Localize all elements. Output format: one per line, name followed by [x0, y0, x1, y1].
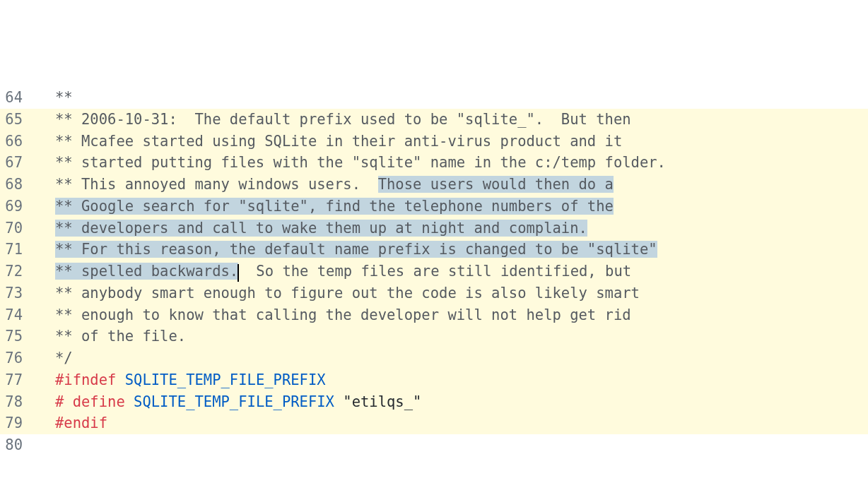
code-line[interactable]: 73** anybody smart enough to figure out … [0, 282, 868, 304]
selected-text: ** For this reason, the default name pre… [55, 241, 657, 258]
line-content[interactable]: */ [37, 347, 868, 369]
code-line[interactable]: 69** Google search for "sqlite", find th… [0, 196, 868, 217]
line-content[interactable]: ** started putting files with the "sqlit… [37, 152, 868, 174]
code-line[interactable]: 80 [0, 434, 868, 456]
code-token: ** of the file. [55, 328, 186, 345]
line-content[interactable]: ** anybody smart enough to figure out th… [37, 282, 868, 304]
line-content[interactable]: ** For this reason, the default name pre… [37, 239, 868, 261]
selected-text: ** spelled backwards. [55, 263, 238, 280]
line-number: 68 [0, 174, 37, 196]
line-number: 67 [0, 152, 37, 174]
line-content[interactable]: ** of the file. [37, 326, 868, 347]
line-content[interactable]: ** 2006-10-31: The default prefix used t… [37, 109, 868, 131]
code-line[interactable]: 72** spelled backwards. So the temp file… [0, 261, 868, 282]
line-content[interactable]: ** developers and call to wake them up a… [37, 217, 868, 239]
code-token: "etilqs_" [343, 393, 421, 410]
code-token: ** This annoyed many windows users. [55, 176, 378, 193]
code-token [55, 436, 64, 453]
line-content[interactable] [37, 434, 868, 456]
code-token: ** anybody smart enough to figure out th… [55, 285, 640, 302]
line-number: 66 [0, 131, 37, 153]
line-number: 72 [0, 261, 37, 282]
code-token: SQLITE_TEMP_FILE_PREFIX [125, 371, 326, 388]
line-number: 76 [0, 347, 37, 369]
code-line[interactable]: 68** This annoyed many windows users. Th… [0, 174, 868, 196]
line-content[interactable]: #ifndef SQLITE_TEMP_FILE_PREFIX [37, 369, 868, 391]
line-content[interactable]: ** Mcafee started using SQLite in their … [37, 131, 868, 153]
code-token: #endif [55, 415, 107, 431]
code-line[interactable]: 67** started putting files with the "sql… [0, 152, 868, 174]
code-line[interactable]: 76*/ [0, 347, 868, 369]
line-content[interactable]: ** [37, 87, 868, 109]
code-token: SQLITE_TEMP_FILE_PREFIX [134, 393, 343, 410]
selected-text: ** Google search for "sqlite", find the … [55, 198, 614, 215]
line-number: 69 [0, 196, 37, 217]
line-number: 65 [0, 109, 37, 131]
code-token: ** 2006-10-31: The default prefix used t… [55, 111, 631, 128]
code-line[interactable]: 65** 2006-10-31: The default prefix used… [0, 109, 868, 131]
line-number: 70 [0, 217, 37, 239]
code-token: ** Mcafee started using SQLite in their … [55, 133, 622, 150]
selected-text: Those users would then do a [378, 176, 614, 193]
line-number: 64 [0, 87, 37, 109]
code-token: # define [55, 393, 134, 410]
line-content[interactable]: ** Google search for "sqlite", find the … [37, 196, 868, 217]
code-line[interactable]: 77#ifndef SQLITE_TEMP_FILE_PREFIX [0, 369, 868, 391]
code-line[interactable]: 78# define SQLITE_TEMP_FILE_PREFIX "etil… [0, 391, 868, 413]
line-content[interactable]: ** enough to know that calling the devel… [37, 304, 868, 326]
code-line[interactable]: 70** developers and call to wake them up… [0, 217, 868, 239]
line-content[interactable]: ** spelled backwards. So the temp files … [37, 261, 868, 282]
line-number: 79 [0, 412, 37, 434]
code-line[interactable]: 79#endif [0, 412, 868, 434]
line-number: 80 [0, 434, 37, 456]
line-content[interactable]: # define SQLITE_TEMP_FILE_PREFIX "etilqs… [37, 391, 868, 413]
code-token: ** started putting files with the "sqlit… [55, 154, 666, 171]
selected-text: ** developers and call to wake them up a… [55, 220, 587, 237]
code-token: #ifndef [55, 371, 125, 388]
code-line[interactable]: 64** [0, 87, 868, 109]
line-number: 74 [0, 304, 37, 326]
code-line[interactable]: 75** of the file. [0, 326, 868, 347]
code-token: */ [55, 350, 73, 366]
code-token: ** [55, 89, 73, 106]
line-number: 73 [0, 282, 37, 304]
code-line[interactable]: 66** Mcafee started using SQLite in thei… [0, 131, 868, 153]
line-content[interactable]: ** This annoyed many windows users. Thos… [37, 174, 868, 196]
line-number: 75 [0, 326, 37, 347]
code-line[interactable]: 71** For this reason, the default name p… [0, 239, 868, 261]
code-token: So the temp files are still identified, … [239, 263, 631, 280]
code-block[interactable]: 64**65** 2006-10-31: The default prefix … [0, 87, 868, 456]
line-number: 71 [0, 239, 37, 261]
code-token: ** enough to know that calling the devel… [55, 306, 631, 323]
code-line[interactable]: 74** enough to know that calling the dev… [0, 304, 868, 326]
line-content[interactable]: #endif [37, 412, 868, 434]
line-number: 77 [0, 369, 37, 391]
line-number: 78 [0, 391, 37, 413]
